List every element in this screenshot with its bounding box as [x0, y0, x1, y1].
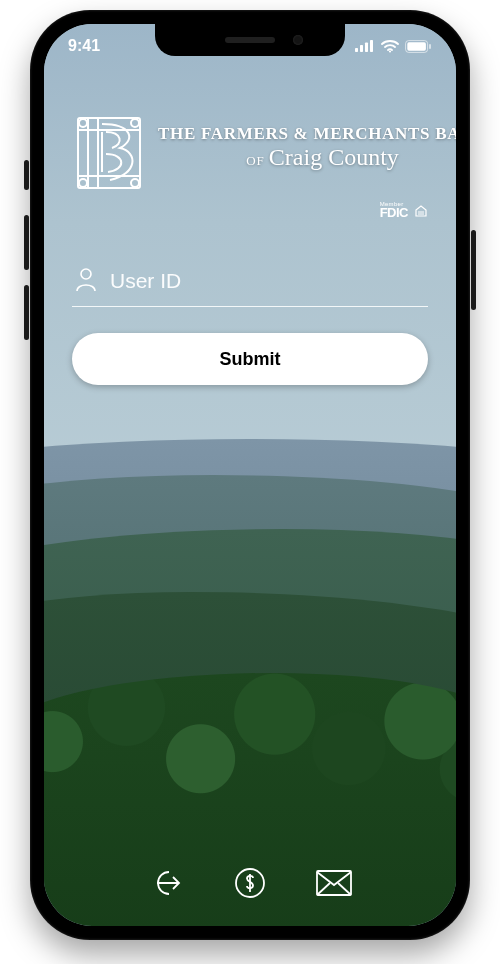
fdic-badge: Member FDIC	[380, 202, 408, 218]
bank-logo-block: THE FARMERS & MERCHANTS BANK OFCraig Cou…	[72, 110, 428, 196]
volume-down-button	[24, 285, 29, 340]
svg-line-25	[338, 883, 351, 895]
svg-point-13	[79, 119, 87, 127]
volume-up-button	[24, 215, 29, 270]
screen: 9:41	[44, 24, 456, 926]
svg-point-14	[131, 119, 139, 127]
cellular-icon	[355, 40, 375, 52]
svg-point-15	[79, 179, 87, 187]
fdic-label: FDIC	[380, 207, 408, 218]
svg-rect-6	[407, 42, 426, 50]
bank-subtitle: OFCraig County	[158, 144, 456, 171]
login-arrow-icon	[149, 866, 183, 903]
svg-rect-0	[355, 48, 358, 52]
wifi-icon	[381, 40, 399, 53]
svg-line-24	[317, 883, 330, 895]
bank-of-label: OF	[246, 153, 265, 168]
nav-contact-button[interactable]	[314, 864, 354, 904]
person-icon	[74, 266, 98, 296]
notch	[155, 24, 345, 56]
user-id-field-row	[72, 260, 428, 307]
dollar-circle-icon	[233, 866, 267, 903]
submit-button[interactable]: Submit	[72, 333, 428, 385]
mail-icon	[315, 869, 353, 900]
svg-rect-7	[429, 44, 431, 49]
bank-name: THE FARMERS & MERCHANTS BANK	[158, 124, 456, 144]
svg-point-4	[389, 50, 391, 52]
mute-switch	[24, 160, 29, 190]
equal-housing-icon	[414, 204, 428, 218]
svg-rect-2	[365, 43, 368, 53]
svg-rect-1	[360, 45, 363, 52]
svg-point-16	[131, 179, 139, 187]
nav-login-button[interactable]	[146, 864, 186, 904]
power-button	[471, 230, 476, 310]
nav-rates-button[interactable]	[230, 864, 270, 904]
svg-point-19	[81, 269, 91, 279]
svg-rect-3	[370, 40, 373, 52]
phone-frame: 9:41	[30, 10, 470, 940]
bottom-nav	[44, 864, 456, 904]
bank-monogram-icon	[72, 110, 146, 196]
user-id-input[interactable]	[110, 269, 426, 293]
battery-icon	[405, 40, 432, 53]
status-time: 9:41	[68, 37, 100, 55]
bank-county: Craig County	[269, 144, 399, 170]
